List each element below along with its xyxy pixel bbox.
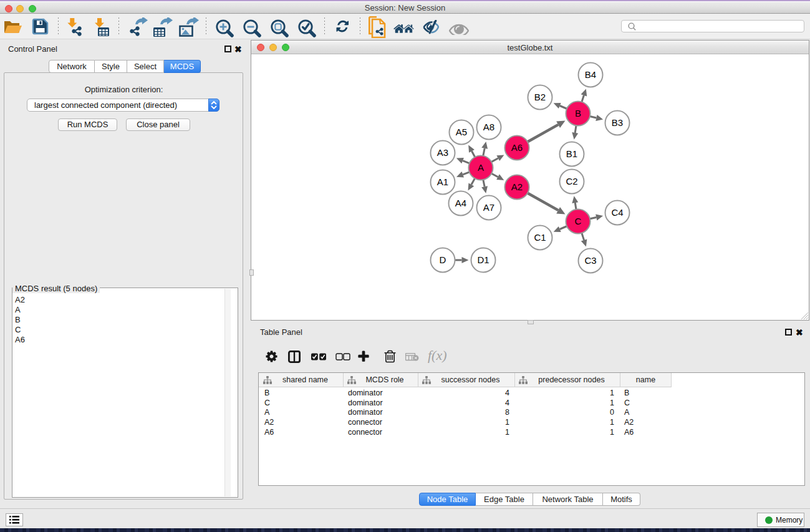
svg-text:B3: B3 [612,117,623,128]
svg-text:A3: A3 [437,147,448,158]
svg-text:B1: B1 [566,148,577,159]
svg-text:A: A [478,162,484,173]
svg-text:A6: A6 [511,142,523,153]
svg-text:A8: A8 [483,122,494,132]
svg-text:A2: A2 [511,181,523,192]
svg-text:B2: B2 [534,92,546,102]
svg-text:D: D [440,254,446,265]
svg-text:C: C [575,216,582,226]
svg-text:C1: C1 [534,232,546,243]
svg-text:A1: A1 [437,177,448,187]
svg-text:B: B [575,108,581,118]
svg-text:C2: C2 [566,176,577,186]
svg-text:B4: B4 [585,69,596,80]
svg-text:C4: C4 [611,207,623,218]
svg-text:A7: A7 [483,202,494,213]
svg-text:A4: A4 [455,198,466,208]
svg-text:C3: C3 [584,255,596,266]
svg-text:D1: D1 [477,254,489,265]
svg-text:A5: A5 [456,127,467,137]
